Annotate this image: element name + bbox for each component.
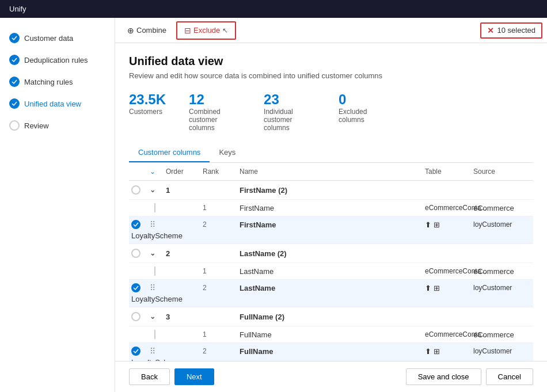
stat-combined-value: 12 xyxy=(189,92,241,108)
expand-fullname[interactable]: ⌄ xyxy=(150,313,164,321)
group-row-lastname[interactable]: ⌄ 2 LastName (2) xyxy=(129,244,533,262)
cancel-button[interactable]: Cancel xyxy=(486,368,533,385)
table-container: ⌄ Order Rank Name Table Source ⌄ 1 Fir xyxy=(129,163,533,361)
name-lastname-1: LastName xyxy=(240,267,423,276)
stat-individual-value: 23 xyxy=(264,92,316,108)
stat-combined-label: Combined customer columns xyxy=(189,108,241,132)
group-row-fullname[interactable]: ⌄ 3 FullName (2) xyxy=(129,307,533,326)
exclude-button[interactable]: ⊟ Exclude ↖ xyxy=(176,21,236,40)
stat-customers-label: Customers xyxy=(129,108,166,116)
source-firstname-2: LoyaltyScheme xyxy=(131,231,147,240)
group-fullname: ⌄ 3 FullName (2) 1 FullName e xyxy=(129,307,533,361)
checkbox-firstname-2[interactable] xyxy=(131,220,140,229)
combine-button[interactable]: ⊕ Combine xyxy=(120,22,174,39)
next-button[interactable]: Next xyxy=(174,368,214,385)
name-lastname-2: LastName xyxy=(240,284,423,292)
checkbox-lastname-2[interactable] xyxy=(131,283,140,292)
footer-right: Save and close Cancel xyxy=(406,368,533,385)
icons-lastname-2: ⬆ ⊞ xyxy=(425,284,471,292)
check-icon-unified xyxy=(9,98,20,109)
drag-handle-lastname-2[interactable]: ⠿ xyxy=(150,283,164,292)
child-row-firstname-2[interactable]: ⠿ 2 FirstName ⬆ ⊞ loyCustomer LoyaltySch… xyxy=(129,216,533,243)
copy-icon-fullname-2: ⊞ xyxy=(434,347,440,356)
child-row-fullname-1[interactable]: 1 FullName eCommerceContа... eCommerce xyxy=(129,326,533,342)
sidebar-item-matching-rules[interactable]: Matching rules xyxy=(0,71,115,93)
content-area: ⊕ Combine ⊟ Exclude ↖ ✕ 10 selected Unif… xyxy=(115,18,547,392)
source-fullname-1: eCommerce xyxy=(473,330,531,339)
child-row-lastname-2[interactable]: ⠿ 2 LastName ⬆ ⊞ loyCustomer LoyaltySche… xyxy=(129,279,533,307)
rank-fullname-2: 2 xyxy=(203,347,237,355)
page-content: Unified data view Review and edit how so… xyxy=(115,43,547,361)
table-lastname-2: loyCustomer xyxy=(473,284,531,292)
check-icon-matching xyxy=(9,77,20,87)
check-icon-dedup xyxy=(9,55,20,65)
drag-handle-fullname-2[interactable]: ⠿ xyxy=(150,347,164,356)
rank-lastname-2: 2 xyxy=(203,284,237,292)
order-fullname: 3 xyxy=(166,313,200,321)
group-lastname: ⌄ 2 LastName (2) 1 LastName e xyxy=(129,244,533,307)
rank-firstname-2: 2 xyxy=(203,220,237,229)
toolbar-right: ✕ 10 selected xyxy=(480,22,543,39)
copy-icon-firstname-2: ⊞ xyxy=(434,220,440,229)
person-icon-firstname-2: ⬆ xyxy=(425,220,431,229)
name-firstname-1: FirstName xyxy=(240,204,423,212)
person-icon-lastname-2: ⬆ xyxy=(425,284,431,292)
source-firstname-1: eCommerce xyxy=(473,204,531,212)
stat-combined: 12 Combined customer columns xyxy=(189,92,241,132)
stat-excluded-value: 0 xyxy=(339,92,390,108)
toolbar-left: ⊕ Combine ⊟ Exclude ↖ xyxy=(120,21,236,40)
save-close-button[interactable]: Save and close xyxy=(406,368,481,385)
expand-lastname[interactable]: ⌄ xyxy=(150,249,164,257)
rank-lastname-1: 1 xyxy=(203,267,237,275)
group-row-firstname[interactable]: ⌄ 1 FirstName (2) xyxy=(129,181,533,199)
col-header-sort: ⌄ xyxy=(150,168,164,176)
order-lastname: 2 xyxy=(166,249,200,258)
checkbox-fullname-group[interactable] xyxy=(131,312,140,321)
source-lastname-1: eCommerce xyxy=(473,267,531,276)
sidebar: Customer data Deduplication rules Matchi… xyxy=(0,18,115,392)
tab-keys[interactable]: Keys xyxy=(210,143,245,162)
sidebar-label-unified: Unified data view xyxy=(24,100,81,108)
col-header-rank: Rank xyxy=(203,168,237,176)
stat-customers-value: 23.5K xyxy=(129,92,166,108)
exclude-label: Exclude xyxy=(193,26,220,35)
order-firstname: 1 xyxy=(166,186,200,195)
child-row-lastname-1[interactable]: 1 LastName eCommerceContа... eCommerce xyxy=(129,262,533,279)
person-icon-fullname-2: ⬆ xyxy=(425,347,431,356)
sidebar-item-review[interactable]: Review xyxy=(0,115,115,136)
sidebar-item-deduplication-rules[interactable]: Deduplication rules xyxy=(0,49,115,71)
checkbox-fullname-2[interactable] xyxy=(131,347,140,356)
sidebar-item-customer-data[interactable]: Customer data xyxy=(0,27,115,49)
source-lastname-2: LoyaltyScheme xyxy=(131,295,147,303)
child-row-firstname-1[interactable]: 1 FirstName eCommerceContа... eCommerce xyxy=(129,199,533,216)
rank-firstname-1: 1 xyxy=(203,204,237,212)
stat-individual-label: Individual customer columns xyxy=(264,108,316,132)
selected-badge: ✕ 10 selected xyxy=(480,22,543,39)
exclude-icon: ⊟ xyxy=(184,26,191,35)
checkbox-firstname-group[interactable] xyxy=(131,185,140,195)
stat-excluded: 0 Excluded columns xyxy=(339,92,390,132)
close-icon-selected: ✕ xyxy=(487,26,494,35)
tab-customer-columns[interactable]: Customer columns xyxy=(129,143,210,162)
sidebar-label-dedup: Deduplication rules xyxy=(24,56,88,64)
sidebar-label-matching: Matching rules xyxy=(24,78,73,86)
expand-firstname[interactable]: ⌄ xyxy=(150,186,164,194)
stats-row: 23.5K Customers 12 Combined customer col… xyxy=(129,92,533,132)
cursor-icon: ↖ xyxy=(222,26,228,35)
back-button[interactable]: Back xyxy=(129,368,170,385)
drag-handle-firstname-2[interactable]: ⠿ xyxy=(150,220,164,229)
page-title: Unified data view xyxy=(129,55,533,68)
stat-customers: 23.5K Customers xyxy=(129,92,166,132)
col-header-name: Name xyxy=(240,168,423,176)
tab-customer-columns-label: Customer columns xyxy=(138,148,200,157)
icons-fullname-2: ⬆ ⊞ xyxy=(425,347,471,356)
col-header-table: Table xyxy=(425,168,471,176)
checkbox-lastname-group[interactable] xyxy=(131,249,140,258)
col-header-source: Source xyxy=(473,168,531,176)
rank-fullname-1: 1 xyxy=(203,330,237,338)
indent-line-lastname-1 xyxy=(154,267,164,276)
label-lastname-group: LastName (2) xyxy=(240,249,423,258)
table-header: ⌄ Order Rank Name Table Source xyxy=(129,163,533,181)
sidebar-item-unified-data-view[interactable]: Unified data view xyxy=(0,93,115,115)
child-row-fullname-2[interactable]: ⠿ 2 FullName ⬆ ⊞ loyCustomer LoyaltySche… xyxy=(129,342,533,361)
